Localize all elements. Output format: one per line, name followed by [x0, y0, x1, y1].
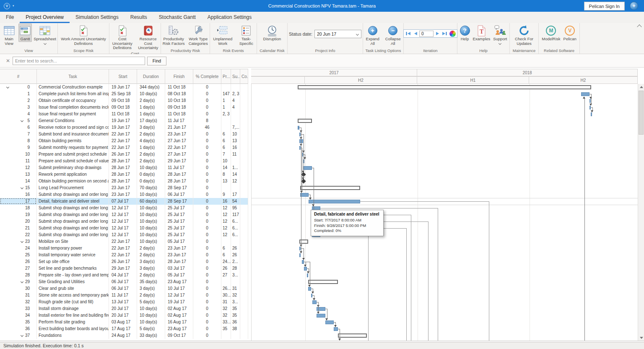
task-bar[interactable] — [304, 267, 307, 271]
summary-bar[interactable] — [308, 280, 338, 284]
gantt-button[interactable]: Gantt — [18, 23, 32, 42]
table-row[interactable]: 23Mobilize on Site22 Jun 1710 day(s)05 J… — [0, 238, 248, 245]
close-search-icon[interactable]: ✕ — [6, 58, 10, 64]
tab-project-overview[interactable]: Project Overview — [20, 13, 70, 23]
table-row[interactable]: 5General Conditions19 Jun 1717 day(s)11 … — [0, 117, 248, 124]
examples-button[interactable]: TExamples — [472, 23, 492, 42]
main-view-button[interactable]: Main View — [0, 23, 18, 46]
previous-iteration-button[interactable] — [412, 31, 418, 37]
table-row[interactable]: 16Submit shop drawings and order long le… — [0, 191, 248, 198]
color-wheel-icon[interactable] — [449, 31, 456, 37]
table-row[interactable]: 30Clear and grub site06 Jul 173 day(s)10… — [0, 285, 248, 292]
quick-help-icon[interactable]: + — [630, 2, 638, 10]
last-iteration-button[interactable] — [441, 31, 448, 37]
table-row[interactable]: 8Obtain building permits22 Jun 174 day(s… — [0, 138, 248, 144]
summary-bar[interactable] — [298, 119, 312, 123]
pelican-sign-in-button[interactable]: Pelican Sign In — [584, 2, 625, 10]
summary-bar[interactable] — [298, 85, 591, 89]
col-header-co[interactable]: Co... — [240, 69, 248, 84]
task-bar[interactable] — [581, 92, 589, 96]
task-bar[interactable] — [308, 287, 311, 291]
col-header-[interactable]: # — [0, 69, 37, 84]
task-bar[interactable] — [325, 320, 334, 324]
table-row[interactable]: 37Foundations24 Aug 1733 day(s)09 Oct 17… — [0, 332, 248, 339]
tab-results[interactable]: Results — [125, 13, 153, 23]
task-bar[interactable] — [317, 314, 325, 318]
col-header-su[interactable]: Su... — [231, 69, 240, 84]
tab-stochastic-gantt[interactable]: Stochastic Gantt — [153, 13, 202, 23]
summary-bar[interactable] — [338, 333, 367, 338]
modelrisk-button[interactable]: MModelRisk — [540, 23, 561, 42]
table-row[interactable]: 12Submit preliminary shop drawings28 Jun… — [0, 164, 248, 171]
cost-uncertainty-definitions-button[interactable]: Cost Uncertainty Definitions — [109, 23, 135, 51]
unplanned-work-button[interactable]: Unplanned Work — [210, 23, 236, 46]
table-row[interactable]: 9Submit monthly requests for payment22 J… — [0, 144, 248, 151]
check-for-updates-button[interactable]: Check For Updates — [510, 23, 538, 46]
support-button[interactable]: Support — [492, 23, 508, 44]
task-bar[interactable] — [589, 99, 591, 103]
table-row[interactable]: 24Install temporary power22 Jun 172 day(… — [0, 245, 248, 252]
table-row[interactable]: 0Commercial Construction example19 Jun 1… — [0, 84, 248, 91]
table-row[interactable]: 36Erect building batter boards and layou… — [0, 326, 248, 332]
table-row[interactable]: 7Submit bond and insurance documents22 J… — [0, 131, 248, 138]
table-row[interactable]: 32Rough grade site (cut and fill)13 Jul … — [0, 299, 248, 305]
table-row[interactable]: 6Receive notice to proceed and sign cont… — [0, 124, 248, 131]
table-row[interactable]: 11Prepare and submit schedule of values2… — [0, 158, 248, 164]
table-row[interactable]: 28Prepare site - lay down yard and tempo… — [0, 272, 248, 279]
status-date-dropdown[interactable]: 20 Jun 17 — [314, 30, 361, 38]
help-button[interactable]: ?Help — [459, 23, 471, 42]
table-row[interactable]: 21Submit shop drawings and order long le… — [0, 225, 248, 232]
table-row[interactable]: 1Complete punch list items from all insp… — [0, 91, 248, 97]
col-header-task[interactable]: Task — [37, 69, 109, 84]
table-row[interactable]: 25Install temporary water service22 Jun … — [0, 252, 248, 258]
task-bar[interactable] — [299, 253, 301, 257]
gantt-vertical-scrollbar[interactable] — [638, 84, 644, 341]
table-row[interactable]: 18Submit shop drawings and order long le… — [0, 205, 248, 211]
table-row[interactable]: 22Submit shop drawings and order long le… — [0, 232, 248, 238]
resource-cost-uncertainty-button[interactable]: Resource Cost Uncertainty — [135, 23, 161, 51]
table-row[interactable]: 20Submit shop drawings and order long le… — [0, 218, 248, 225]
first-iteration-button[interactable] — [405, 31, 411, 37]
tab-simulation-settings[interactable]: Simulation Settings — [70, 13, 125, 23]
col-header-pr[interactable]: Pr... — [221, 69, 231, 84]
table-row[interactable]: 13Rework permit application28 Jun 170 da… — [0, 171, 248, 178]
disruption-button[interactable]: Disruption — [262, 23, 283, 42]
col-header-complete[interactable]: % Complete — [193, 69, 221, 84]
table-row[interactable]: 3Issue final completion documents includ… — [0, 104, 248, 111]
next-iteration-button[interactable] — [434, 31, 441, 37]
task-bar[interactable] — [309, 200, 360, 203]
table-row[interactable]: 17Detail, fabricate and deliver steel07 … — [0, 198, 248, 205]
work-amount-uncertainty-definitions-button[interactable]: Work Amount Uncertainty Definitions — [58, 23, 109, 46]
table-row[interactable]: 35Perform final site grading03 Aug 1710 … — [0, 319, 248, 326]
table-row[interactable]: 15Long Lead Procurement23 Jun 1770 day(s… — [0, 185, 248, 191]
col-header-duration[interactable]: Duration — [137, 69, 165, 84]
scroll-up-icon[interactable] — [638, 84, 644, 90]
summary-bar[interactable] — [300, 186, 360, 190]
table-row[interactable]: 33Install storm drainage20 Jul 1710 day(… — [0, 305, 248, 312]
tab-application-settings[interactable]: Application Settings — [202, 13, 257, 23]
task-bar[interactable] — [591, 112, 592, 116]
table-row[interactable]: 10Prepare and submit project schedule26 … — [0, 151, 248, 158]
table-row[interactable]: 31Stone site access and temporary parkin… — [0, 292, 248, 299]
find-button[interactable]: Find — [147, 57, 166, 65]
task-bar[interactable] — [334, 327, 338, 331]
table-row[interactable]: 4Issue final request for payment11 Oct 1… — [0, 111, 248, 117]
table-row[interactable]: 2Obtain certificate of occupancy09 Oct 1… — [0, 97, 248, 104]
task-bar[interactable] — [303, 166, 312, 170]
table-row[interactable]: 19Submit shop drawings and order long le… — [0, 211, 248, 218]
expand-all-button[interactable]: +Expand All — [363, 23, 382, 46]
pelican-button[interactable]: VPelican — [562, 23, 578, 42]
collapse-all-button[interactable]: −Collapse All — [382, 23, 403, 46]
scroll-down-icon[interactable] — [638, 335, 644, 341]
productivity-risk-factors-button[interactable]: Productivity Risk Factors — [161, 23, 186, 46]
task-bar[interactable] — [312, 300, 317, 304]
spreadsheet-button[interactable]: Spreadsheet — [32, 23, 57, 44]
table-row[interactable]: 26Set up site office26 Jun 173 day(s)28 … — [0, 258, 248, 265]
iteration-value[interactable]: 0 — [419, 31, 434, 37]
table-row[interactable]: 29Site Grading and Utilities06 Jul 1735 … — [0, 279, 248, 285]
col-header-start[interactable]: Start — [109, 69, 137, 84]
scrollbar-thumb[interactable] — [639, 91, 644, 135]
table-row[interactable]: 34Install exterior fire line and buildin… — [0, 312, 248, 319]
table-row[interactable]: 27Set line and grade benchmarks29 Jun 17… — [0, 265, 248, 272]
table-row[interactable]: 14Obtain building permision on second at… — [0, 178, 248, 185]
